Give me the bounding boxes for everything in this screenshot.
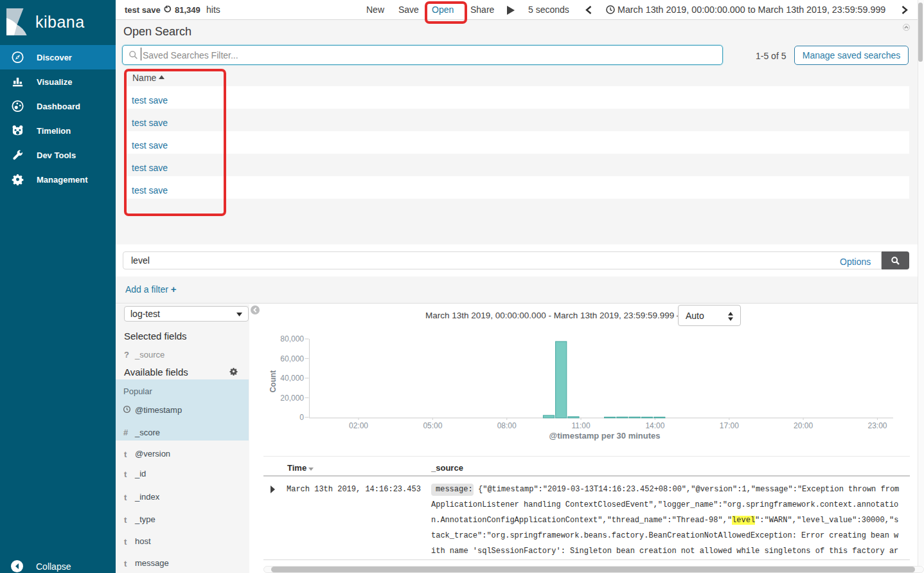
svg-text:80,000: 80,000	[280, 334, 304, 343]
svg-text:23:00: 23:00	[867, 421, 887, 430]
svg-text:08:00: 08:00	[497, 421, 517, 430]
svg-text:Count: Count	[269, 370, 278, 393]
svg-text:14:00: 14:00	[645, 421, 664, 430]
svg-text:11:00: 11:00	[572, 421, 591, 430]
svg-text:0: 0	[299, 413, 304, 422]
svg-text:60,000: 60,000	[280, 354, 304, 363]
svg-text:02:00: 02:00	[349, 421, 368, 430]
svg-text:17:00: 17:00	[720, 421, 739, 430]
svg-text:@timestamp per 30 minutes: @timestamp per 30 minutes	[549, 431, 660, 441]
svg-text:05:00: 05:00	[423, 421, 442, 430]
svg-text:40,000: 40,000	[280, 374, 304, 383]
svg-text:20,000: 20,000	[280, 394, 304, 403]
svg-text:20:00: 20:00	[794, 421, 813, 430]
